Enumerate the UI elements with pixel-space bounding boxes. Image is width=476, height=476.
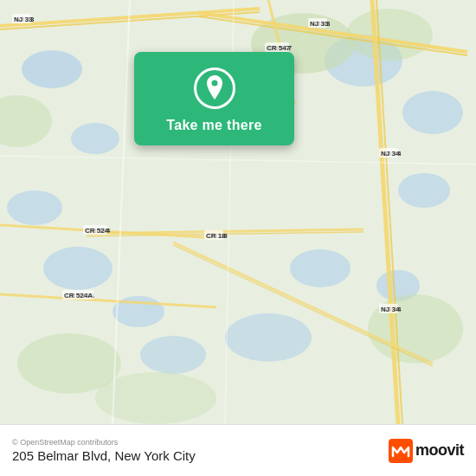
svg-point-59	[211, 80, 217, 87]
svg-text:NJ 34: NJ 34	[381, 306, 400, 313]
svg-point-8	[398, 173, 450, 208]
address-text: 205 Belmar Blvd, New York City	[12, 448, 196, 463]
take-me-there-button[interactable]: Take me there	[166, 118, 261, 133]
svg-text:NJ 33: NJ 33	[310, 20, 329, 28]
moovit-logo: moovit	[389, 439, 464, 463]
svg-point-10	[290, 249, 351, 287]
bottom-left-info: © OpenStreetMap contributors 205 Belmar …	[12, 438, 196, 463]
svg-point-3	[7, 190, 62, 225]
svg-point-2	[71, 123, 119, 154]
svg-point-7	[402, 91, 463, 134]
svg-point-1	[22, 50, 82, 88]
location-card[interactable]: Take me there	[134, 52, 294, 145]
bottom-bar: © OpenStreetMap contributors 205 Belmar …	[0, 424, 476, 476]
svg-point-4	[43, 247, 113, 290]
copyright-text: © OpenStreetMap contributors	[12, 438, 196, 447]
svg-text:CR 18: CR 18	[206, 232, 226, 240]
svg-point-11	[225, 313, 312, 362]
svg-text:NJ 34: NJ 34	[381, 150, 400, 158]
location-pin-icon	[203, 75, 226, 101]
moovit-brand-text: moovit	[415, 441, 464, 460]
svg-text:NJ 33: NJ 33	[14, 16, 33, 23]
svg-text:CR 547: CR 547	[267, 44, 291, 52]
location-icon-wrapper	[194, 68, 235, 109]
svg-text:CR 524: CR 524	[85, 227, 109, 235]
svg-point-12	[140, 336, 206, 374]
moovit-logo-icon	[389, 439, 413, 463]
svg-text:CR 524A: CR 524A	[64, 292, 93, 299]
